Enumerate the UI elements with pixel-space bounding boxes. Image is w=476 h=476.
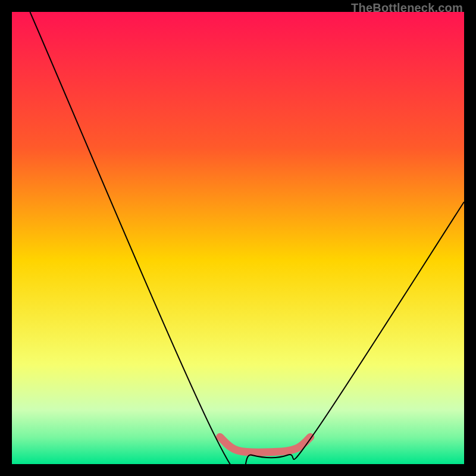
watermark-text: TheBottleneck.com — [351, 1, 463, 15]
chart-background — [12, 12, 464, 464]
bottleneck-chart — [12, 12, 464, 464]
